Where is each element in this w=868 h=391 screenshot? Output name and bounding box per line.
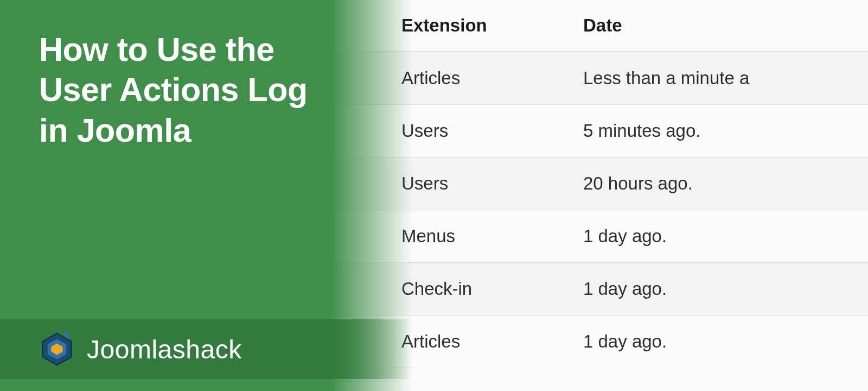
cell-date: Less than a minute a (583, 52, 868, 105)
cell-date: 20 hours ago. (583, 157, 868, 210)
cell-date: 1 day ago. (583, 316, 868, 368)
brand-bar: Joomlashack (0, 319, 412, 379)
page-title: How to Use the User Actions Log in Jooml… (39, 29, 343, 150)
brand-name: Joomlashack (87, 335, 242, 364)
left-overlay-panel: How to Use the User Actions Log in Jooml… (0, 0, 412, 391)
cell-date: 1 day ago. (583, 263, 868, 316)
cell-date: 1 day ago. (583, 210, 868, 263)
joomlashack-logo-icon (39, 331, 75, 367)
cell-date: 5 minutes ago. (583, 105, 868, 157)
hero-banner: Extension Date Articles Less than a minu… (0, 0, 868, 391)
col-header-date: Date (583, 0, 868, 52)
